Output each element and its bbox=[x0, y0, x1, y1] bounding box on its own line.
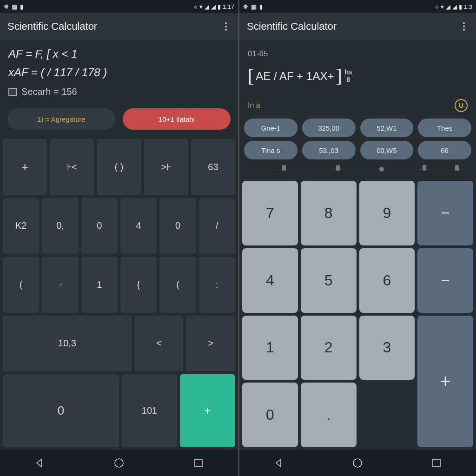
chip-5303[interactable]: 53.,03 bbox=[302, 141, 356, 159]
nav-bar bbox=[239, 450, 476, 476]
key-0-large[interactable]: 0 bbox=[3, 374, 119, 447]
result-line: Secarh = 156 bbox=[8, 86, 230, 97]
key-0b[interactable]: 0 bbox=[159, 198, 196, 254]
status-settings-icon: ❋ bbox=[4, 3, 9, 10]
key-x-sub[interactable]: x bbox=[60, 282, 62, 287]
current-expression: [ AE / AF + 1AX+ ] ha 8 bbox=[248, 65, 468, 87]
key-minus[interactable]: − bbox=[417, 181, 473, 245]
status-card-icon: ▮ bbox=[20, 3, 23, 10]
key-63[interactable]: 63 bbox=[191, 139, 235, 195]
bracket-left: [ bbox=[248, 65, 254, 87]
chip-66[interactable]: 66 bbox=[418, 141, 471, 159]
key-9[interactable]: 9 bbox=[359, 181, 415, 245]
key-0a[interactable]: 0 bbox=[81, 198, 118, 254]
key-3[interactable]: 3 bbox=[359, 316, 415, 380]
key-plus[interactable]: + bbox=[417, 316, 473, 448]
nav-home-icon[interactable] bbox=[113, 457, 125, 469]
battery-icon: ▮ bbox=[459, 3, 462, 10]
signal-icon-2: ◢ bbox=[211, 3, 216, 10]
chip-thes[interactable]: Thes bbox=[418, 119, 471, 137]
chip-tinas[interactable]: Tina s bbox=[244, 141, 298, 159]
numpad: 7 8 9 − 4 5 6 − 1 2 3 + 0 . bbox=[239, 179, 476, 450]
action-pills: 1) = Agregature 10+1 Ilatahi bbox=[0, 102, 238, 136]
chip-00w5[interactable]: 00,W5 bbox=[360, 141, 414, 159]
phone-right: ❋ ▦ ▮ ⟐ ▾ ◢ ◢ ▮ 1:3 Scientific Calculato… bbox=[238, 0, 476, 476]
key-lbrace[interactable]: { bbox=[120, 257, 157, 313]
svg-point-2 bbox=[353, 459, 362, 467]
key-equals-plus[interactable]: + bbox=[180, 374, 235, 447]
key-6[interactable]: 6 bbox=[359, 248, 415, 313]
key-1[interactable]: 1 bbox=[81, 257, 118, 313]
chip-52w1[interactable]: 52,W1 bbox=[360, 119, 414, 137]
status-grid-icon: ▦ bbox=[12, 3, 17, 10]
fraction-denominator: 8 bbox=[347, 76, 350, 83]
result-text: Secarh = 156 bbox=[21, 86, 77, 97]
key-colon[interactable]: : bbox=[199, 257, 235, 313]
bracket-right: ] bbox=[336, 65, 342, 87]
result-checkbox[interactable] bbox=[8, 88, 17, 96]
chip-325[interactable]: 325,00 bbox=[302, 119, 356, 137]
key-103[interactable]: 10,3 bbox=[3, 316, 132, 372]
svg-point-0 bbox=[115, 459, 123, 467]
key-2[interactable]: 2 bbox=[301, 316, 357, 380]
expression-display: 01-65 [ AE / AF + 1AX+ ] ha 8 bbox=[239, 40, 476, 92]
key-dot[interactable]: . bbox=[301, 383, 357, 447]
status-settings-icon: ❋ bbox=[243, 3, 248, 10]
key-plus[interactable]: + bbox=[3, 139, 47, 195]
svg-rect-1 bbox=[195, 459, 202, 467]
clock: 1:3 bbox=[464, 3, 472, 10]
overflow-menu-icon[interactable] bbox=[221, 19, 231, 34]
signal-icon: ◢ bbox=[205, 3, 209, 10]
nav-back-icon[interactable] bbox=[34, 457, 45, 469]
phone-left: ❋ ▦ ▮ ⟐ ▾ ◢ ◢ ▮ 1:17 Scientific Calculat… bbox=[0, 0, 238, 476]
key-k2[interactable]: K2 bbox=[3, 198, 39, 254]
slider[interactable] bbox=[250, 165, 466, 174]
wifi-icon: ▾ bbox=[199, 3, 203, 10]
app-bar: Scientific Calculator bbox=[239, 13, 476, 40]
chip-gne1[interactable]: Gne-1 bbox=[244, 119, 298, 137]
nav-back-icon[interactable] bbox=[273, 457, 284, 469]
key-4[interactable]: 4 bbox=[242, 248, 298, 313]
memory-chips: Gne-1 325,00 52,W1 Thes Tina s 53.,03 00… bbox=[239, 116, 476, 179]
app-title: Scientific Calculator bbox=[7, 20, 97, 33]
nav-bar bbox=[0, 450, 238, 476]
nav-recent-icon[interactable] bbox=[193, 457, 204, 469]
app-bar: Scientific Calculator bbox=[0, 13, 238, 40]
key-4[interactable]: 4 bbox=[120, 198, 157, 254]
aggregate-button[interactable]: 1) = Agregature bbox=[7, 108, 115, 130]
expression-display: AF = F, [ x < 1 xAF = ( / 117 / 178 ) Se… bbox=[0, 40, 238, 102]
key-parens[interactable]: ( ) bbox=[97, 139, 141, 195]
svg-rect-3 bbox=[433, 459, 440, 467]
key-gt[interactable]: > bbox=[186, 316, 235, 372]
mode-row: In a U bbox=[239, 92, 476, 116]
mode-label[interactable]: In a bbox=[248, 101, 260, 110]
key-prev[interactable]: ⊦< bbox=[50, 139, 94, 195]
key-lparen2[interactable]: ( bbox=[159, 257, 196, 313]
key-0comma[interactable]: 0, bbox=[42, 198, 78, 254]
undo-icon[interactable]: U bbox=[455, 99, 468, 112]
keypad: + ⊦< ( ) >⊦ 63 K2 0, 0 4 0 / ( x 1 { ( :… bbox=[0, 136, 238, 450]
action-button[interactable]: 10+1 Ilatahi bbox=[123, 108, 231, 130]
key-101[interactable]: 101 bbox=[122, 374, 177, 447]
nav-home-icon[interactable] bbox=[352, 457, 363, 469]
key-next[interactable]: >⊦ bbox=[144, 139, 188, 195]
status-bar: ❋ ▦ ▮ ⟐ ▾ ◢ ◢ ▮ 1:3 bbox=[239, 0, 476, 13]
key-0[interactable]: 0 bbox=[242, 383, 298, 447]
key-lparen[interactable]: ( bbox=[3, 257, 39, 313]
key-8[interactable]: 8 bbox=[301, 181, 357, 245]
battery-icon: ▮ bbox=[218, 3, 221, 10]
expression-inner: AE / AF + 1AX+ bbox=[256, 70, 334, 83]
clock: 1:17 bbox=[223, 3, 234, 10]
fraction-numerator: ha bbox=[344, 69, 353, 76]
cast-icon: ⟐ bbox=[435, 3, 439, 10]
key-minus-2[interactable]: − bbox=[417, 248, 473, 313]
key-divide[interactable]: / bbox=[199, 198, 235, 254]
nav-recent-icon[interactable] bbox=[431, 457, 442, 469]
signal-icon-2: ◢ bbox=[452, 3, 457, 10]
overflow-menu-icon[interactable] bbox=[459, 19, 469, 34]
app-title: Scientific Calculator bbox=[247, 20, 337, 33]
key-lt[interactable]: < bbox=[134, 316, 184, 372]
key-1[interactable]: 1 bbox=[242, 316, 298, 380]
key-7[interactable]: 7 bbox=[242, 181, 298, 245]
key-5[interactable]: 5 bbox=[301, 248, 357, 313]
